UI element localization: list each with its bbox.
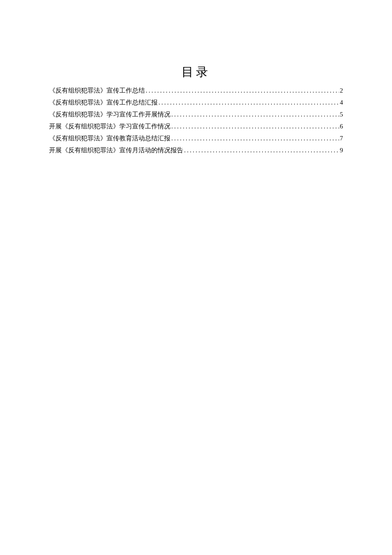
toc-entry-label: 《反有组织犯罪法》宣传工作总结汇报 (49, 96, 158, 108)
toc-leader-dots (171, 132, 339, 144)
toc-entry-label: 《反有组织犯罪法》宣传工作总结 (49, 84, 145, 96)
toc-entry-page: 9 (340, 144, 343, 156)
toc-leader-dots (171, 120, 339, 132)
toc-entry-label: 《反有组织犯罪法》学习宣传工作开展情况 (49, 108, 170, 120)
toc-leader-dots (159, 96, 339, 108)
toc-entry: 《反有组织犯罪法》学习宣传工作开展情况 5 (49, 108, 343, 120)
toc-entry-page: 2 (340, 84, 343, 96)
toc-entry-label: 开展《反有组织犯罪法》学习宣传工作情况 (49, 120, 170, 132)
toc-entry: 《反有组织犯罪法》宣传工作总结汇报 4 (49, 96, 343, 108)
toc-entry: 《反有组织犯罪法》宣传工作总结 2 (49, 84, 343, 96)
toc-entry: 开展《反有组织犯罪法》宣传月活动的情况报告 9 (49, 144, 343, 156)
toc-leader-dots (184, 144, 339, 156)
toc-title: 目录 (49, 64, 343, 80)
toc-entry: 《反有组织犯罪法》宣传教育活动总结汇报 7 (49, 132, 343, 144)
toc-entry-page: 5 (340, 108, 343, 120)
toc-entry-page: 6 (340, 120, 343, 132)
toc-entry-page: 4 (340, 96, 343, 108)
document-page: 目录 《反有组织犯罪法》宣传工作总结 2 《反有组织犯罪法》宣传工作总结汇报 4… (0, 0, 392, 555)
toc-leader-dots (171, 108, 339, 120)
toc-entry-label: 《反有组织犯罪法》宣传教育活动总结汇报 (49, 132, 170, 144)
toc-entry: 开展《反有组织犯罪法》学习宣传工作情况 6 (49, 120, 343, 132)
toc-entry-page: 7 (340, 132, 343, 144)
toc-leader-dots (146, 84, 339, 96)
toc-entry-label: 开展《反有组织犯罪法》宣传月活动的情况报告 (49, 144, 183, 156)
